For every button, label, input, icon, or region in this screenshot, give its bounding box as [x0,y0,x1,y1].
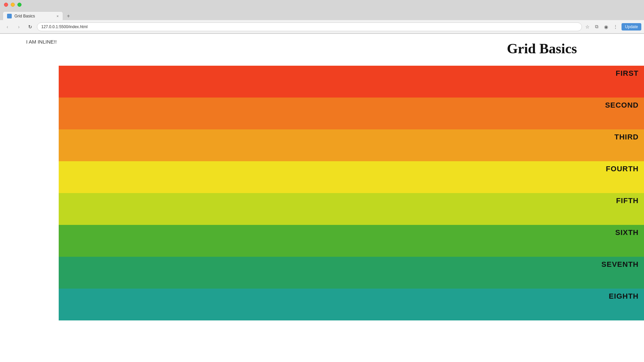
grid-item: EIGHTH [59,289,644,320]
grid-item: SEVENTH [59,257,644,289]
grid-item: THIRD [59,129,644,161]
browser-toolbar: ‹ › ↻ 127.0.0.1:5500/index.html ☆ ⧉ ◉ ⋮ … [0,20,644,34]
grid-item: FOURTH [59,161,644,193]
address-bar[interactable]: 127.0.0.1:5500/index.html [37,22,582,31]
traffic-light-maximize[interactable] [17,3,21,7]
back-button[interactable]: ‹ [3,22,12,32]
grid-container: FIRSTSECONDTHIRDFOURTHFIFTHSIXTHSEVENTHE… [59,66,644,320]
extensions-icon[interactable]: ⧉ [593,23,600,30]
tab-close-button[interactable]: × [57,14,59,18]
browser-tabs: Grid Basics × + [0,9,644,20]
toolbar-right: ☆ ⧉ ◉ ⋮ Update [584,23,641,31]
grid-item: FIRST [59,66,644,98]
browser-chrome: Grid Basics × + ‹ › ↻ 127.0.0.1:5500/ind… [0,0,644,34]
update-button[interactable]: Update [622,23,641,31]
grid-item: SIXTH [59,225,644,257]
traffic-light-minimize[interactable] [11,3,15,7]
tab-favicon [7,14,12,18]
tab-new-button[interactable]: + [64,12,72,20]
menu-icon[interactable]: ⋮ [612,23,619,30]
page-content: Grid Basics I AM INLINE!! FIRSTSECONDTHI… [0,34,644,362]
traffic-light-close[interactable] [4,3,8,7]
grid-item: FIFTH [59,193,644,225]
address-text: 127.0.0.1:5500/index.html [41,24,88,29]
browser-titlebar [0,0,644,9]
page-title: Grid Basics [507,34,577,63]
tab-title: Grid Basics [14,14,35,18]
inline-text: I AM INLINE!! [26,39,57,45]
browser-tab-active[interactable]: Grid Basics × [3,11,63,20]
profile-icon[interactable]: ◉ [603,23,609,30]
refresh-button[interactable]: ↻ [25,22,35,32]
forward-button[interactable]: › [14,22,23,32]
bookmark-icon[interactable]: ☆ [584,23,591,30]
grid-item: SECOND [59,98,644,129]
